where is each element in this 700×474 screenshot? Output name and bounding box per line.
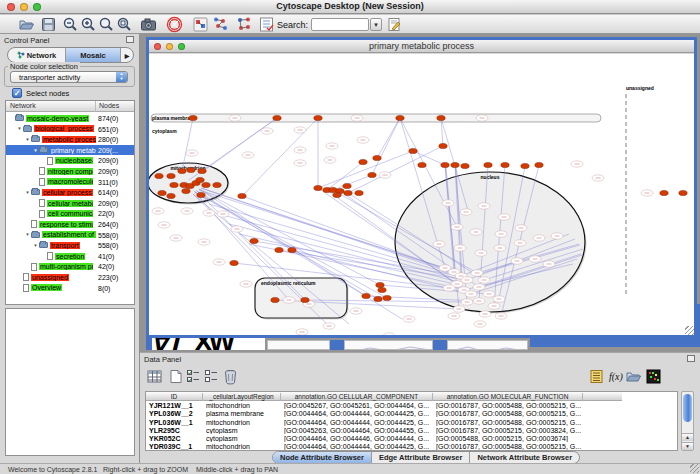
node[interactable] [409, 148, 417, 153]
tree-row[interactable]: secretion41(0) [6, 251, 134, 262]
node[interactable] [343, 183, 351, 188]
tab-network-attribute-browser[interactable]: Network Attribute Browser [470, 452, 579, 463]
window-resize-grip[interactable] [685, 326, 694, 335]
table-row[interactable]: YJR121W__1mitochondrion[GO:0045267, GO:0… [146, 402, 677, 410]
scroll-down-button[interactable]: ▼ [682, 442, 693, 450]
node[interactable] [368, 172, 376, 177]
network-canvas[interactable]: plasma membranecytoplasmmitochondrionnuc… [149, 54, 694, 335]
edge[interactable] [242, 118, 318, 196]
edge[interactable] [333, 175, 372, 190]
node[interactable] [196, 177, 204, 182]
help-icon[interactable] [166, 16, 183, 33]
node[interactable] [333, 192, 341, 197]
node-attributes-icon[interactable] [192, 16, 209, 33]
zoom-fit-icon[interactable] [98, 16, 115, 33]
select-nodes-checkbox[interactable]: ✓ [12, 88, 22, 98]
layout-b-icon[interactable] [236, 16, 253, 33]
node[interactable] [441, 162, 449, 167]
tree-row[interactable]: ▼transport558(0) [6, 240, 134, 251]
snapshot-icon[interactable] [140, 16, 157, 33]
annotate-icon[interactable] [386, 16, 403, 33]
annotation-form-icon[interactable] [258, 16, 275, 33]
zoom-in-icon[interactable] [80, 16, 97, 33]
node[interactable] [158, 190, 166, 195]
attribute-matrix-icon[interactable] [645, 368, 662, 385]
tree-row[interactable]: ▼primary metabo209(... [6, 145, 134, 156]
node-label[interactable] [383, 333, 395, 335]
tree-row[interactable]: mosaic-demo-yeast874(0) [6, 113, 134, 124]
network-window-titlebar[interactable]: primary metabolic process [149, 40, 694, 53]
node[interactable] [383, 295, 391, 300]
table-scrollbar[interactable]: ▲ ▼ [681, 391, 694, 451]
tab-mosaic[interactable]: Mosaic [66, 48, 121, 62]
node[interactable] [271, 297, 279, 302]
node[interactable] [344, 190, 352, 195]
node[interactable] [273, 115, 281, 120]
expander-icon[interactable]: ▼ [32, 243, 39, 248]
select-attributes-icon[interactable] [185, 368, 202, 385]
node[interactable] [314, 115, 322, 120]
node-color-dropdown[interactable]: transporter activity ▲▼ [10, 71, 128, 83]
column-header[interactable]: annotation.GO CELLULAR_COMPONENT [281, 393, 433, 401]
float-panel-icon[interactable] [687, 355, 695, 362]
open-folder-icon[interactable] [18, 16, 35, 33]
new-attribute-icon[interactable] [167, 368, 184, 385]
tab-edge-attribute-browser[interactable]: Edge Attribute Browser [372, 452, 470, 463]
node[interactable] [660, 190, 668, 195]
scroll-up-button[interactable]: ▲ [682, 433, 693, 441]
node[interactable] [275, 247, 283, 252]
tree-row[interactable]: ▼establishment of lo558(0) [6, 230, 134, 241]
attribute-table-icon[interactable] [146, 368, 163, 385]
node[interactable] [182, 188, 190, 193]
node[interactable] [359, 159, 367, 164]
table-row[interactable]: YPL036W__2plasma membrane[GO:0044464, GO… [146, 410, 677, 418]
node[interactable] [535, 162, 543, 167]
node[interactable] [189, 115, 197, 120]
node[interactable] [376, 282, 384, 287]
tree-row[interactable]: ▼metabolic process280(0) [6, 134, 134, 145]
node[interactable] [198, 168, 206, 173]
node[interactable] [418, 162, 426, 167]
node[interactable] [437, 115, 445, 120]
tree-row[interactable]: cell communicat22(0) [6, 208, 134, 219]
expander-icon[interactable]: ▼ [24, 232, 31, 237]
tree-row[interactable]: nucleobase-209(0) [6, 155, 134, 166]
table-row[interactable]: YKR052Ccytoplasm[GO:0044464, GO:0044446,… [146, 435, 677, 443]
node[interactable] [521, 163, 529, 168]
edge[interactable] [348, 146, 443, 193]
search-input[interactable] [311, 18, 369, 31]
node[interactable] [355, 190, 363, 195]
node[interactable] [238, 193, 246, 198]
column-header[interactable]: _cellularLayoutRegion [203, 393, 281, 401]
table-row[interactable]: YLR295Ccytoplasm[GO:0045263, GO:0044464,… [146, 427, 677, 435]
scrollbar-thumb[interactable] [683, 394, 692, 422]
node[interactable] [178, 168, 186, 173]
node[interactable] [373, 155, 381, 160]
float-panel-icon[interactable] [126, 36, 134, 43]
node[interactable] [501, 162, 509, 167]
node[interactable] [374, 296, 382, 301]
node[interactable] [197, 192, 205, 197]
node[interactable] [250, 238, 258, 243]
node[interactable] [362, 293, 370, 298]
tab-overflow-arrow[interactable]: ▶ [121, 48, 133, 62]
node[interactable] [167, 173, 175, 178]
edge[interactable] [318, 151, 413, 188]
app-resize-grip[interactable] [690, 464, 699, 473]
search-dropdown-button[interactable]: ▼ [370, 18, 382, 31]
function-builder-icon[interactable]: f(x) [607, 368, 624, 385]
node[interactable] [301, 297, 309, 302]
tab-network[interactable]: Network [8, 48, 66, 62]
tab-node-attribute-browser[interactable]: Node Attribute Browser [273, 452, 372, 463]
node[interactable] [451, 162, 459, 167]
node[interactable] [314, 185, 322, 190]
node[interactable] [155, 173, 163, 178]
node[interactable] [484, 162, 492, 167]
tree-row[interactable]: macromolecule311(0) [6, 177, 134, 188]
import-attributes-icon[interactable] [625, 368, 642, 385]
tree-row[interactable]: ▼cellular process614(0) [6, 187, 134, 198]
zoom-selected-icon[interactable] [116, 16, 133, 33]
edge[interactable] [372, 118, 400, 175]
expander-icon[interactable]: ▼ [24, 137, 31, 142]
column-header[interactable]: annotation.GO MOLECULAR_FUNCTION [433, 393, 583, 401]
